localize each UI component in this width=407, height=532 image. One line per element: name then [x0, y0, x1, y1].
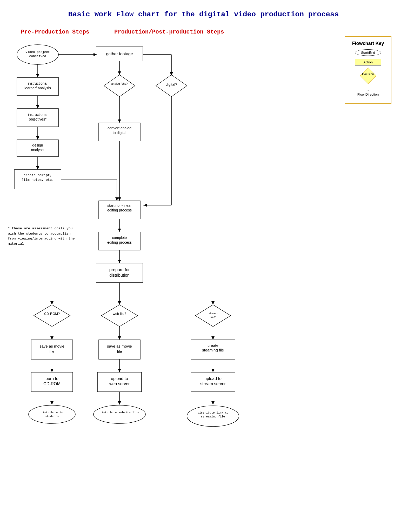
key-action-shape: Action — [355, 59, 381, 65]
svg-marker-4 — [36, 74, 39, 77]
svg-marker-66 — [50, 301, 54, 305]
svg-marker-9 — [36, 105, 39, 109]
main-title: Basic Work Flow chart for the digital vi… — [16, 10, 391, 18]
svg-text:upload to: upload to — [111, 376, 128, 381]
svg-text:instructional: instructional — [28, 81, 48, 85]
svg-text:file: file — [117, 349, 122, 354]
svg-text:distribute website link: distribute website link — [100, 411, 139, 414]
svg-marker-89 — [211, 336, 215, 340]
svg-text:file: file — [49, 349, 54, 354]
svg-marker-79 — [50, 336, 54, 340]
svg-marker-109 — [50, 401, 54, 405]
svg-text:editing process: editing process — [107, 208, 132, 212]
svg-marker-114 — [118, 401, 121, 405]
svg-marker-31 — [118, 71, 121, 75]
svg-text:prepare for: prepare for — [109, 268, 130, 272]
svg-text:learner/ analysis: learner/ analysis — [24, 86, 51, 90]
svg-marker-118 — [211, 401, 215, 405]
svg-text:distribution: distribution — [109, 273, 129, 277]
key-flow: ↓ Flow Direction — [350, 86, 386, 96]
svg-text:convert analog: convert analog — [108, 126, 131, 130]
svg-marker-71 — [34, 305, 70, 327]
svg-marker-84 — [118, 336, 121, 340]
svg-marker-104 — [211, 369, 215, 372]
svg-text:instructional: instructional — [28, 112, 48, 117]
svg-point-110 — [29, 405, 75, 423]
svg-text:objectives*: objectives* — [29, 117, 46, 121]
svg-text:CD-ROM: CD-ROM — [43, 382, 61, 386]
svg-text:file?: file? — [210, 316, 216, 319]
svg-text:design: design — [32, 143, 43, 147]
svg-text:digital?: digital? — [166, 82, 177, 87]
svg-text:start non-linear: start non-linear — [107, 203, 132, 208]
page: Basic Work Flow chart for the digital vi… — [0, 0, 407, 532]
svg-text:to digital: to digital — [113, 131, 126, 135]
key-flow-arrow: ↓ — [367, 86, 369, 92]
svg-marker-14 — [36, 136, 39, 140]
key-decision: Decision — [350, 69, 386, 83]
svg-text:create script,: create script, — [23, 173, 52, 177]
svg-text:CD-ROM?: CD-ROM? — [44, 312, 60, 316]
key-start-end-shape: Start/End — [355, 49, 381, 56]
svg-text:editing process: editing process — [107, 240, 132, 244]
svg-marker-25 — [115, 197, 118, 201]
svg-text:analog (vhs?: analog (vhs? — [111, 82, 128, 85]
svg-text:analysis: analysis — [31, 148, 44, 152]
footnote: * these are assessment goals you wish th… — [8, 226, 81, 246]
svg-text:stream server: stream server — [200, 382, 226, 386]
svg-text:web file?: web file? — [112, 312, 126, 316]
svg-marker-19 — [36, 166, 39, 170]
key-action: Action — [350, 59, 386, 65]
svg-marker-59 — [118, 260, 121, 263]
svg-text:distribute link to: distribute link to — [198, 411, 229, 414]
svg-text:burn to: burn to — [45, 376, 58, 381]
svg-marker-70 — [211, 301, 215, 305]
svg-text:distribute to: distribute to — [41, 411, 63, 414]
svg-marker-68 — [118, 301, 121, 305]
svg-marker-46 — [118, 197, 121, 201]
svg-text:save as movie: save as movie — [39, 344, 64, 348]
svg-text:complete: complete — [112, 236, 127, 240]
key-start-end: Start/End — [350, 49, 386, 56]
svg-marker-40 — [118, 119, 121, 123]
svg-marker-94 — [50, 369, 54, 372]
svg-text:web server: web server — [109, 382, 130, 386]
key-flow-label: Flow Direction — [357, 92, 379, 96]
flowchart-key: Flowchart Key Start/End Action Decision … — [345, 36, 391, 104]
key-decision-label: Decision — [358, 72, 378, 76]
svg-text:conceived: conceived — [29, 55, 46, 58]
key-title: Flowchart Key — [350, 41, 386, 46]
svg-text:create: create — [208, 343, 218, 348]
svg-marker-73 — [101, 305, 138, 327]
svg-text:upload to: upload to — [204, 376, 222, 381]
svg-text:gather footage: gather footage — [106, 52, 133, 56]
svg-text:steaming file: steaming file — [202, 348, 224, 352]
svg-marker-49 — [144, 204, 147, 207]
svg-point-115 — [94, 405, 145, 423]
flowchart-svg: video project conceived instructional le… — [0, 34, 338, 514]
svg-text:save as movie: save as movie — [107, 344, 132, 348]
svg-text:students: students — [45, 415, 59, 418]
svg-text:video project: video project — [25, 50, 50, 54]
svg-marker-38 — [170, 72, 173, 76]
svg-text:stream: stream — [209, 312, 217, 315]
svg-text:streaming file: streaming file — [201, 415, 225, 418]
svg-marker-32 — [104, 75, 135, 97]
svg-marker-54 — [118, 229, 121, 232]
svg-marker-99 — [118, 369, 121, 372]
svg-text:film notes, etc.: film notes, etc. — [22, 178, 54, 182]
